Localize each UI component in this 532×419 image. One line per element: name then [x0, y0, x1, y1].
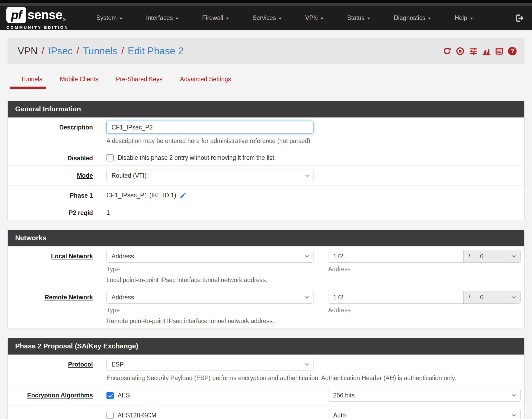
- protocol-help: Encapsulating Security Payload (ESP) per…: [106, 375, 521, 382]
- encryption-spacer: [8, 409, 93, 419]
- panel-title-proposal: Phase 2 Proposal (SA/Key Exchange): [8, 338, 524, 355]
- description-input[interactable]: CF1_IPsec_P2: [106, 121, 314, 134]
- aes-checkbox[interactable]: [106, 392, 114, 399]
- p2reqid-label: P2 reqid: [8, 206, 93, 217]
- menu-vpn-label: VPN: [305, 14, 318, 22]
- chevron-down-icon: [175, 18, 179, 19]
- registered-mark: ®: [63, 18, 65, 22]
- aes128gcm-checkbox[interactable]: [106, 412, 114, 419]
- phase1-label: Phase 1: [8, 189, 93, 199]
- chevron-down-icon: [226, 18, 229, 19]
- bar-chart-icon[interactable]: [482, 47, 490, 55]
- menu-system-label: System: [96, 14, 117, 22]
- phase1-value: CF1_IPsec_P1 (IKE ID 1): [106, 192, 176, 199]
- aes128gcm-keylen-select[interactable]: Auto: [328, 409, 521, 419]
- remote-network-address-input[interactable]: 172.: [328, 291, 464, 304]
- chevron-down-icon: [320, 18, 324, 19]
- breadcrumb-link-ipsec[interactable]: IPsec: [48, 46, 73, 57]
- row-phase1: Phase 1 CF1_IPsec_P1 (IKE ID 1): [8, 186, 524, 203]
- pfsense-logo[interactable]: pf sense ® COMMUNITY EDITION: [6, 7, 69, 29]
- sign-out-icon[interactable]: [515, 14, 524, 23]
- row-encryption-aes: Encryption Algorithms AES 256 bits: [8, 385, 524, 405]
- row-remote-network: Remote Network Address Type 172. / 0: [8, 287, 524, 328]
- local-network-mask-value: 0: [480, 253, 484, 260]
- help-icon[interactable]: [508, 47, 517, 55]
- local-network-type-select[interactable]: Address: [106, 250, 314, 263]
- community-edition-label: COMMUNITY EDITION: [6, 25, 69, 29]
- aes128gcm-keylen-value: Auto: [333, 412, 346, 419]
- tab-advanced-settings[interactable]: Advanced Settings: [180, 76, 231, 89]
- breadcrumb-link-tunnels[interactable]: Tunnels: [83, 46, 117, 57]
- encryption-algorithms-label: Encryption Algorithms: [8, 389, 93, 402]
- menu-interfaces[interactable]: Interfaces: [134, 14, 190, 22]
- panel-title-networks: Networks: [8, 230, 524, 246]
- remote-network-help: Remote point-to-point IPsec interface tu…: [106, 318, 521, 325]
- chevron-down-icon: [305, 173, 309, 177]
- window-title-strip: [0, 3, 532, 6]
- aes128gcm-label: AES128-GCM: [118, 412, 156, 419]
- stop-circle-icon[interactable]: [456, 47, 464, 55]
- local-network-mask-select[interactable]: 0: [475, 250, 521, 263]
- remote-network-mask-value: 0: [480, 294, 484, 301]
- list-icon[interactable]: [495, 47, 504, 55]
- menu-status[interactable]: Status: [335, 14, 382, 22]
- mode-value: Routed (VTI): [112, 172, 147, 179]
- tab-tunnels[interactable]: Tunnels: [21, 76, 42, 89]
- row-local-network: Local Network Address Type 172. / 0: [8, 246, 524, 287]
- breadcrumb-root: VPN: [18, 46, 38, 57]
- disabled-checkbox[interactable]: [106, 154, 114, 161]
- protocol-select[interactable]: ESP: [106, 358, 314, 371]
- local-address-caption: Address: [328, 266, 521, 273]
- breadcrumb-bar: VPN / IPsec / Tunnels / Edit Phase 2: [7, 38, 525, 64]
- menu-help-label: Help: [455, 14, 467, 22]
- chevron-down-icon: [305, 362, 309, 366]
- tab-mobile-clients[interactable]: Mobile Clients: [60, 76, 98, 89]
- mode-select[interactable]: Routed (VTI): [106, 169, 314, 182]
- chevron-down-icon: [367, 18, 370, 19]
- pf-logo-mark: pf: [6, 7, 26, 23]
- refresh-icon[interactable]: [443, 47, 451, 55]
- menu-diagnostics[interactable]: Diagnostics: [382, 14, 443, 22]
- panel-general-information: General Information Description CF1_IPse…: [7, 101, 525, 220]
- row-description: Description CF1_IPsec_P2 A description m…: [8, 117, 524, 148]
- menu-services-label: Services: [253, 14, 276, 22]
- remote-network-mask-select[interactable]: 0: [475, 291, 521, 304]
- pfsense-logo-wordmark: pf sense ®: [6, 7, 69, 23]
- aes-label: AES: [118, 392, 130, 399]
- local-network-label: Local Network: [8, 250, 93, 284]
- local-network-help: Local point-to-point IPsec interface tun…: [106, 276, 521, 284]
- menu-help[interactable]: Help: [443, 14, 485, 22]
- local-network-type-value: Address: [112, 253, 134, 260]
- row-encryption-aes128gcm: AES128-GCM Auto: [8, 405, 524, 419]
- remote-network-type-value: Address: [112, 294, 134, 301]
- row-p2reqid: P2 reqid 1: [8, 203, 524, 220]
- chevron-down-icon: [279, 18, 282, 19]
- cidr-slash: /: [464, 250, 475, 263]
- chevron-down-icon: [428, 18, 431, 19]
- row-disabled: Disabled Disable this phase 2 entry with…: [8, 148, 524, 166]
- breadcrumb-separator: /: [76, 46, 79, 57]
- pencil-icon[interactable]: [179, 192, 187, 199]
- local-network-address-input[interactable]: 172.: [328, 250, 464, 263]
- protocol-label: Protocol: [8, 358, 93, 382]
- p2reqid-value: 1: [106, 206, 521, 216]
- breadcrumb-current: Edit Phase 2: [128, 46, 184, 57]
- menu-services[interactable]: Services: [241, 14, 294, 22]
- breadcrumb: VPN / IPsec / Tunnels / Edit Phase 2: [18, 46, 184, 57]
- sliders-icon[interactable]: [469, 47, 477, 55]
- remote-network-type-select[interactable]: Address: [106, 291, 314, 304]
- row-protocol: Protocol ESP Encapsulating Security Payl…: [8, 355, 524, 385]
- aes-keylen-select[interactable]: 256 bits: [328, 389, 521, 402]
- menu-firewall[interactable]: Firewall: [190, 14, 241, 22]
- local-type-caption: Type: [106, 266, 314, 273]
- chevron-down-icon: [512, 393, 516, 397]
- panel-title-general: General Information: [8, 101, 524, 117]
- menu-vpn[interactable]: VPN: [294, 14, 335, 22]
- breadcrumb-separator: /: [42, 46, 44, 57]
- tab-pre-shared-keys[interactable]: Pre-Shared Keys: [116, 76, 162, 89]
- menu-system[interactable]: System: [85, 14, 134, 22]
- protocol-value: ESP: [112, 361, 124, 368]
- breadcrumb-separator: /: [121, 46, 124, 57]
- chevron-down-icon: [512, 295, 516, 299]
- mode-label: Mode: [8, 169, 93, 182]
